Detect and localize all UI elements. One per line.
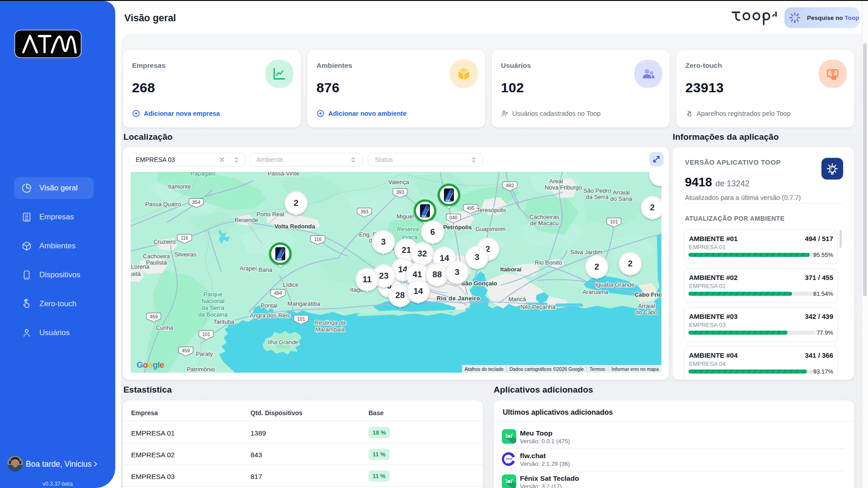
svg-text:101: 101 (297, 316, 305, 322)
svg-text:Arraial: Arraial (613, 189, 630, 196)
svg-text:Valença: Valença (388, 179, 410, 185)
svg-text:21: 21 (401, 245, 411, 255)
svg-text:495: 495 (467, 205, 475, 211)
svg-text:do Sana: do Sana (610, 195, 632, 202)
svg-text:Patrimônio: Patrimônio (187, 366, 215, 373)
svg-text:41: 41 (412, 270, 422, 279)
svg-text:2: 2 (294, 198, 299, 208)
svg-text:Lídice: Lídice (283, 281, 299, 288)
svg-text:Cunha: Cunha (156, 324, 174, 331)
svg-text:Angra dos Reis: Angra dos Reis (250, 312, 290, 319)
svg-text:494: 494 (274, 290, 282, 296)
svg-text:guetá: guetá (131, 270, 141, 277)
svg-text:Itaboraí: Itaboraí (500, 266, 522, 273)
svg-text:Cachoeiras: Cachoeiras (529, 213, 559, 220)
svg-text:Silveiras: Silveiras (174, 251, 197, 258)
svg-text:Silva Jardim: Silva Jardim (571, 249, 603, 256)
svg-text:Paraty: Paraty (196, 351, 213, 357)
svg-text:Tarituba: Tarituba (213, 318, 235, 325)
svg-text:3: 3 (455, 267, 460, 277)
svg-text:393: 393 (396, 190, 404, 195)
svg-text:Nacional: Nacional (202, 298, 225, 304)
svg-text:Itamonte: Itamonte (168, 183, 191, 190)
svg-text:Porto Real: Porto Real (256, 211, 284, 218)
svg-text:Cachoeira: Cachoeira (143, 253, 170, 260)
svg-text:Passa-Vinte: Passa-Vinte (268, 172, 299, 177)
svg-text:Rio Bonito: Rio Bonito (535, 259, 562, 266)
svg-text:Ilha Grande: Ilha Grande (268, 339, 298, 346)
svg-text:28: 28 (395, 290, 405, 300)
svg-text:da Bocaina: da Bocaina (198, 311, 228, 318)
svg-text:Nilo Peçanha: Nilo Peçanha (520, 303, 556, 310)
svg-text:040: 040 (449, 215, 458, 220)
svg-text:Nova Friburgo: Nova Friburgo (545, 184, 582, 191)
svg-text:São Pedro: São Pedro (583, 187, 611, 194)
svg-text:101: 101 (610, 219, 618, 224)
svg-text:459: 459 (150, 314, 158, 319)
svg-text:116: 116 (181, 235, 189, 241)
svg-text:Bana: Bana (259, 266, 273, 273)
svg-text:Passa Quatro: Passa Quatro (145, 201, 181, 208)
svg-text:de Macacu: de Macacu (530, 220, 559, 227)
svg-text:393: 393 (360, 209, 368, 214)
svg-text:Rio de Janeiro: Rio de Janeiro (437, 295, 481, 302)
svg-text:14: 14 (413, 286, 423, 296)
svg-text:2: 2 (594, 262, 599, 271)
svg-text:Reserva: Reserva (397, 226, 419, 232)
svg-text:88: 88 (432, 270, 442, 279)
svg-text:Teresópolis: Teresópolis (476, 207, 506, 213)
svg-text:32: 32 (417, 249, 427, 258)
svg-text:116: 116 (314, 237, 322, 242)
svg-text:Maricá: Maricá (508, 296, 526, 303)
svg-text:do Cabo: do Cabo (635, 309, 657, 316)
svg-text:354: 354 (192, 199, 200, 205)
svg-text:2: 2 (650, 203, 655, 212)
svg-text:São Gonçalo: São Gonçalo (461, 280, 497, 287)
svg-text:101: 101 (202, 332, 210, 337)
svg-text:Marambaia: Marambaia (315, 326, 344, 333)
svg-text:Araruama: Araruama (582, 289, 609, 295)
svg-text:6: 6 (430, 227, 435, 237)
svg-text:Guapimirim: Guapimirim (476, 226, 505, 232)
svg-text:Lorena: Lorena (131, 263, 150, 270)
svg-text:492: 492 (506, 183, 514, 188)
svg-text:2: 2 (628, 259, 633, 268)
svg-text:da Serra: da Serra (586, 194, 609, 200)
svg-text:11: 11 (363, 275, 372, 284)
svg-text:14: 14 (439, 253, 449, 263)
svg-text:Parque: Parque (203, 291, 222, 298)
svg-text:Cruzeiro: Cruzeiro (153, 238, 175, 245)
svg-text:3: 3 (381, 237, 386, 246)
svg-text:Resende: Resende (235, 217, 258, 223)
svg-text:Arapeí: Arapeí (240, 265, 257, 272)
svg-text:Cabo Frio: Cabo Frio (635, 291, 661, 298)
svg-text:Petrópolis: Petrópolis (443, 224, 472, 231)
svg-text:Papagaio: Papagaio (191, 172, 216, 177)
svg-text:3: 3 (475, 252, 480, 262)
svg-text:23: 23 (379, 271, 388, 280)
svg-text:Restinga da: Restinga da (314, 319, 345, 326)
svg-text:Mangaratiba: Mangaratiba (288, 300, 321, 307)
svg-text:Areal: Areal (549, 178, 563, 185)
svg-text:Arraial: Arraial (638, 303, 655, 309)
svg-text:da Serra: da Serra (202, 304, 225, 311)
svg-text:Volta Redonda: Volta Redonda (274, 223, 316, 230)
svg-text:Iguaba Grande: Iguaba Grande (595, 281, 635, 288)
svg-text:Pontal: Pontal (261, 302, 278, 309)
svg-text:459: 459 (182, 348, 190, 353)
